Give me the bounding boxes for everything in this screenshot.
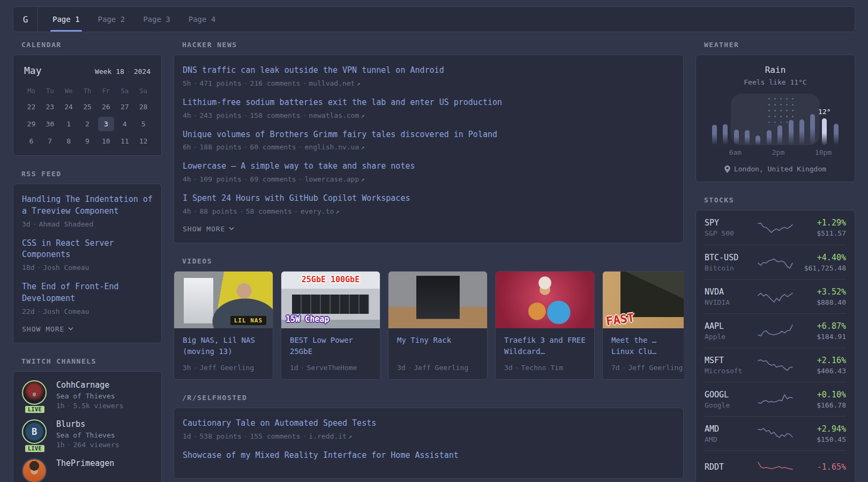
stock-quote: +2.16%$406.43 bbox=[796, 356, 846, 375]
stock-row[interactable]: AAPLApple+6.87%$184.91 bbox=[705, 313, 846, 348]
calendar-day-name: Mo bbox=[22, 85, 41, 97]
video-card: Traefik 3 and FREE Wildcard…3d·Techno Ti… bbox=[495, 271, 595, 380]
stock-row[interactable]: RDDT-1.65% bbox=[705, 450, 846, 482]
article-meta: 4h·109 points·69 comments·lowercase.app↗ bbox=[183, 175, 675, 183]
twitch-channel-row[interactable]: BLIVEBlurbsSea of Thieves1h·264 viewers bbox=[22, 419, 153, 449]
video-thumbnail[interactable] bbox=[496, 272, 594, 328]
article-title-link[interactable]: Handling The Indentation of a Treeview C… bbox=[22, 194, 153, 217]
thumbnail-overlay-text: 15W Cheap bbox=[286, 314, 329, 324]
dot-separator: · bbox=[193, 79, 198, 87]
video-title-link[interactable]: Meet the … Linux Clu… bbox=[611, 335, 684, 358]
video-title-link[interactable]: Big NAS, Lil NAS (moving 13) bbox=[183, 335, 264, 358]
nav-tab-page-2[interactable]: Page 2 bbox=[96, 7, 128, 32]
article-title-link[interactable]: I Spent 24 Hours with GitHub Copilot Wor… bbox=[183, 193, 675, 205]
app-logo[interactable]: G bbox=[13, 7, 38, 32]
article-source-link[interactable]: mullvad.net bbox=[309, 79, 355, 87]
stock-row[interactable]: GOOGLGoogle+0.10%$166.78 bbox=[705, 382, 846, 416]
twitch-channel-row[interactable]: LIVECohhCarnageSea of Thieves1h·5.5k vie… bbox=[22, 380, 153, 410]
stock-price: $61,725.48 bbox=[796, 264, 846, 272]
article-title-link[interactable]: CSS in React Server Components bbox=[22, 238, 153, 261]
stock-sparkline bbox=[754, 460, 796, 476]
stock-change-percent: +3.52% bbox=[796, 287, 846, 297]
video-title-link[interactable]: My Tiny Rack bbox=[397, 335, 478, 358]
video-age: 7d bbox=[611, 364, 620, 372]
list-item: Lowercase – A simple way to take and sha… bbox=[183, 161, 675, 183]
channel-name[interactable]: Blurbs bbox=[56, 419, 119, 429]
stock-change-percent: -1.65% bbox=[796, 462, 846, 472]
twitch-channel-row[interactable]: ThePrimeagen bbox=[22, 458, 153, 482]
calendar-day-number: 8 bbox=[61, 134, 77, 148]
video-title-link[interactable]: BEST Low Power 25GbE and 100GbE Switch… bbox=[290, 335, 371, 358]
list-item: Cautionary Tale on Automated Speed Tests… bbox=[183, 418, 675, 440]
dot-separator: · bbox=[294, 207, 298, 215]
videos-widget: VIDEOS LIL NASBig NAS, Lil NAS (moving 1… bbox=[174, 257, 684, 380]
article-title-link[interactable]: Lowercase – A simple way to take and sha… bbox=[183, 161, 675, 172]
article-source-link[interactable]: i.redd.it bbox=[309, 432, 346, 440]
dot-separator: · bbox=[36, 307, 41, 315]
avatar-letter: B bbox=[32, 426, 37, 437]
video-thumbnail[interactable]: FAST bbox=[603, 272, 684, 328]
article-source-link[interactable]: every.to bbox=[301, 207, 334, 215]
calendar-day-name: We bbox=[59, 85, 78, 97]
nav-tab-page-4[interactable]: Page 4 bbox=[186, 7, 218, 32]
stock-identity: AAPLApple bbox=[705, 321, 754, 341]
article-title-link[interactable]: The End of Front-End Development bbox=[22, 281, 153, 305]
weather-hour-label bbox=[709, 148, 719, 156]
dot-separator: · bbox=[303, 111, 307, 119]
article-title-link[interactable]: Cautionary Tale on Automated Speed Tests bbox=[183, 418, 675, 430]
calendar-day-number: 2 bbox=[79, 117, 95, 131]
article-title-link[interactable]: DNS traffic can leak outside the VPN tun… bbox=[183, 65, 675, 77]
stock-row[interactable]: SPYS&P 500+1.29%$511.57 bbox=[705, 210, 846, 245]
calendar-day: 7 bbox=[41, 133, 59, 149]
stock-row[interactable]: NVDANVIDIA+3.52%$888.40 bbox=[705, 279, 846, 313]
stock-identity: BTC-USDBitcoin bbox=[705, 253, 754, 272]
show-more-button[interactable]: SHOW MORE bbox=[183, 225, 675, 233]
article-comments: 155 comments bbox=[250, 432, 301, 440]
article-author: Ahmad Shadeed bbox=[39, 220, 93, 228]
right-column: WEATHER Rain Feels like 11°C 12° 6am2pm1… bbox=[695, 41, 855, 482]
chevron-down-icon bbox=[229, 226, 234, 231]
dot-separator: · bbox=[515, 364, 519, 372]
thumbnail-overlay-text: LIL NAS bbox=[230, 316, 266, 325]
calendar-day-number: 7 bbox=[42, 134, 58, 148]
article-title-link[interactable]: Lithium-free sodium batteries exit the l… bbox=[183, 97, 675, 109]
nav-tab-page-1[interactable]: Page 1 bbox=[50, 7, 82, 32]
channel-name[interactable]: ThePrimeagen bbox=[56, 458, 114, 468]
stock-symbol: MSFT bbox=[705, 356, 754, 365]
stock-identity: NVDANVIDIA bbox=[705, 287, 754, 306]
video-title-link[interactable]: Traefik 3 and FREE Wildcard… bbox=[504, 335, 586, 358]
video-body: My Tiny Rack3d·Jeff Geerling bbox=[388, 328, 487, 379]
article-meta: 4h·88 points·58 comments·every.to↗ bbox=[183, 207, 675, 215]
weather-bar-column bbox=[731, 94, 742, 145]
article-age: 3d bbox=[22, 220, 31, 228]
weather-bar bbox=[723, 124, 728, 145]
external-link-icon: ↗ bbox=[356, 80, 360, 87]
show-more-button[interactable]: SHOW MORE bbox=[22, 325, 153, 333]
video-thumbnail[interactable]: 25GbE 100GbE15W Cheap bbox=[281, 272, 380, 328]
calendar-day-name: Su bbox=[134, 85, 153, 97]
stock-name: Google bbox=[705, 401, 754, 409]
nav-tab-page-3[interactable]: Page 3 bbox=[141, 7, 173, 32]
dot-separator: · bbox=[33, 220, 37, 228]
stock-row[interactable]: AMDAMD+2.94%$150.45 bbox=[705, 416, 846, 450]
show-more-label: SHOW MORE bbox=[22, 325, 64, 333]
external-link-icon: ↗ bbox=[361, 144, 364, 151]
article-age: 6h bbox=[183, 143, 191, 151]
article-source-link[interactable]: lowercase.app bbox=[305, 175, 360, 183]
article-title-link[interactable]: Showcase of my Mixed Reality Interface f… bbox=[183, 450, 675, 462]
rss-widget: RSS FEED Handling The Indentation of a T… bbox=[13, 170, 162, 343]
article-source-link[interactable]: newatlas.com bbox=[309, 111, 359, 119]
hacker-news-header: HACKER NEWS bbox=[182, 41, 684, 49]
video-thumbnail[interactable]: LIL NAS bbox=[174, 272, 273, 328]
channel-name[interactable]: CohhCarnage bbox=[56, 380, 123, 390]
stock-row[interactable]: BTC-USDBitcoin+4.40%$61,725.48 bbox=[705, 245, 846, 279]
thumbnail-overlay-text: 25GbE 100GbE bbox=[302, 275, 360, 284]
article-meta: 1d·538 points·155 comments·i.redd.it↗ bbox=[183, 432, 675, 440]
video-thumbnail[interactable] bbox=[388, 272, 487, 328]
article-title-link[interactable]: Unique volumes of Brothers Grimm fairy t… bbox=[183, 129, 675, 141]
center-column: HACKER NEWS DNS traffic can leak outside… bbox=[174, 41, 684, 482]
stock-row[interactable]: MSFTMicrosoft+2.16%$406.43 bbox=[705, 348, 846, 382]
article-source-link[interactable]: english.nv.ua bbox=[305, 143, 360, 151]
live-badge: LIVE bbox=[24, 405, 46, 414]
stocks-card: SPYS&P 500+1.29%$511.57BTC-USDBitcoin+4.… bbox=[695, 210, 855, 482]
